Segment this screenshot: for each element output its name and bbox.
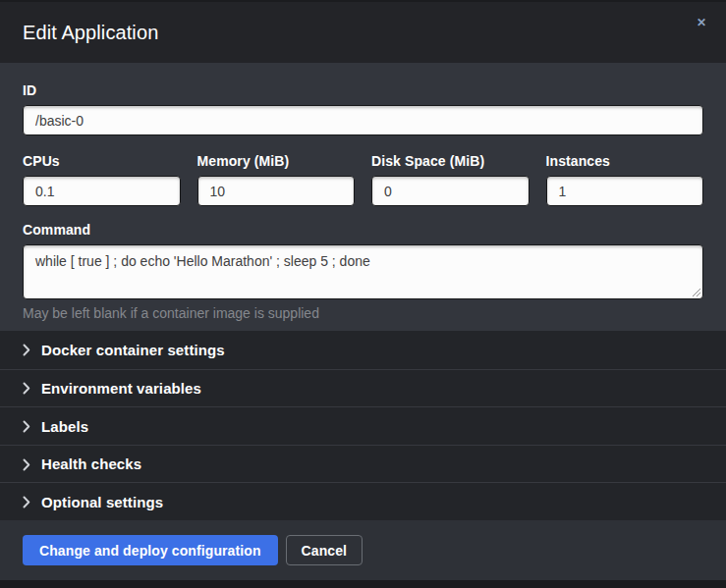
disk-input[interactable] [371, 176, 530, 206]
command-textarea[interactable]: while [ true ] ; do echo 'Hello Marathon… [23, 244, 703, 299]
id-field-group: ID [23, 82, 703, 135]
modal-body: ID CPUs Memory (MiB) Disk Space (MiB) In… [0, 63, 726, 331]
modal-header: Edit Application ✕ [0, 2, 726, 63]
command-help-text: May be left blank if a container image i… [23, 305, 703, 321]
section-health-checks[interactable]: Health checks [0, 445, 726, 483]
chevron-right-icon [23, 344, 30, 356]
resources-row: CPUs Memory (MiB) Disk Space (MiB) Insta… [23, 153, 703, 206]
instances-label: Instances [546, 153, 704, 169]
section-label: Optional settings [41, 494, 163, 510]
disk-field-group: Disk Space (MiB) [371, 153, 530, 206]
chevron-right-icon [23, 420, 30, 433]
cancel-button[interactable]: Cancel [286, 535, 363, 565]
change-and-deploy-button[interactable]: Change and deploy configuration [23, 535, 278, 565]
section-optional-settings[interactable]: Optional settings [0, 482, 726, 520]
section-docker-container-settings[interactable]: Docker container settings [0, 331, 726, 369]
page-background-strip [0, 580, 726, 588]
section-label: Labels [41, 418, 88, 435]
section-environment-variables[interactable]: Environment variables [0, 369, 726, 407]
page-title: Edit Application [23, 22, 158, 44]
memory-field-group: Memory (MiB) [197, 153, 356, 206]
modal-footer: Change and deploy configuration Cancel [0, 520, 726, 580]
cpus-label: CPUs [23, 153, 181, 169]
cpus-input[interactable] [23, 176, 181, 206]
disk-label: Disk Space (MiB) [371, 153, 530, 169]
command-label: Command [23, 222, 703, 238]
close-icon[interactable]: ✕ [693, 14, 710, 31]
chevron-right-icon [23, 458, 30, 471]
edit-application-modal: Edit Application ✕ ID CPUs Memory (MiB) … [0, 0, 726, 588]
section-labels[interactable]: Labels [0, 406, 726, 445]
chevron-right-icon [23, 496, 30, 508]
id-input[interactable] [23, 105, 703, 135]
command-field-group: Command while [ true ] ; do echo 'Hello … [23, 222, 703, 321]
section-label: Health checks [41, 455, 141, 472]
memory-input[interactable] [197, 176, 356, 206]
section-label: Docker container settings [41, 342, 225, 358]
instances-input[interactable] [546, 176, 704, 206]
instances-field-group: Instances [546, 153, 704, 206]
id-label: ID [23, 82, 703, 98]
chevron-right-icon [23, 382, 30, 395]
memory-label: Memory (MiB) [197, 153, 356, 169]
section-label: Environment variables [41, 380, 201, 397]
collapsible-sections: Docker container settings Environment va… [0, 331, 726, 520]
cpus-field-group: CPUs [23, 153, 181, 206]
